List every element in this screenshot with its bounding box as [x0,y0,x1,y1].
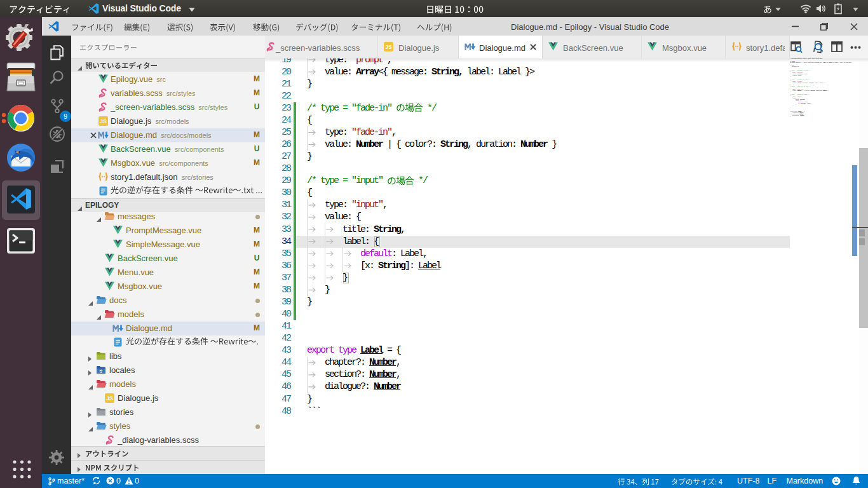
svg-text:JS: JS [385,44,392,50]
svg-text:JS: JS [106,395,113,402]
svg-text:JS: JS [100,118,107,125]
